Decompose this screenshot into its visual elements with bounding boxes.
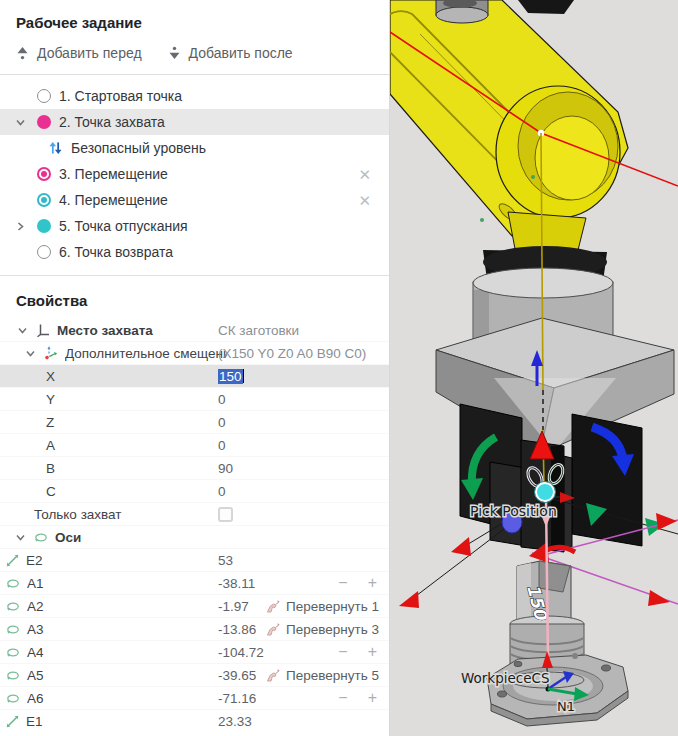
left-panel: Рабочее задание Добавить перед Добавить … [0, 0, 390, 736]
c-value[interactable]: 0 [218, 484, 226, 499]
task-item-grip-point[interactable]: 2. Точка захвата [0, 109, 389, 135]
flip-arm-icon [266, 599, 281, 613]
swap-vertical-icon [48, 141, 63, 156]
grip-only-checkbox[interactable] [218, 507, 233, 522]
a5-value[interactable]: -39.65 [218, 668, 256, 683]
point-state-icon [37, 115, 51, 129]
rotary-axis-icon [6, 646, 20, 659]
chevron-down-icon[interactable] [22, 348, 38, 359]
n1-label: N1 [557, 699, 575, 714]
y-value[interactable]: 0 [218, 392, 226, 407]
a6-value[interactable]: -71.16 [218, 691, 256, 706]
pick-point-center[interactable] [536, 483, 554, 501]
property-label: Только захват [34, 507, 122, 522]
property-row-c[interactable]: C 0 [0, 480, 389, 503]
rotary-axis-icon [6, 577, 20, 590]
task-item-move-3[interactable]: 3. Перемещение ✕ [0, 161, 389, 187]
flip-label: Перевернуть 5 [286, 668, 379, 683]
e1-value[interactable]: 23.33 [218, 714, 252, 729]
task-subitem-safe-level[interactable]: Безопасный уровень [0, 135, 389, 161]
add-after-button[interactable]: Добавить после [168, 45, 293, 61]
decrement-button[interactable]: − [338, 575, 347, 591]
x-value-input[interactable]: 150 [218, 369, 244, 384]
offset-value[interactable]: (X150 Y0 Z0 A0 B90 C0) [218, 346, 366, 361]
add-before-label: Добавить перед [37, 45, 142, 61]
e2-value[interactable]: 53 [218, 553, 233, 568]
task-item-release-point[interactable]: 5. Точка отпускания [0, 213, 389, 239]
axis-row-a6[interactable]: A6 -71.16 −+ [0, 687, 389, 710]
chevron-down-icon[interactable] [14, 325, 30, 336]
flip-arm-icon [266, 622, 281, 636]
add-before-button[interactable]: Добавить перед [16, 45, 142, 61]
a1-value[interactable]: -38.11 [218, 576, 255, 591]
decrement-button[interactable]: − [338, 644, 347, 660]
b-value[interactable]: 90 [218, 461, 233, 476]
property-label: Дополнительное смещение [65, 346, 227, 361]
axis-label: A3 [27, 622, 44, 637]
task-item-label: 3. Перемещение [59, 166, 168, 182]
linear-axis-icon [6, 554, 19, 567]
flip-arm-icon [266, 668, 281, 682]
axis-row-e2[interactable]: E2 53 [0, 549, 389, 572]
grip-place-value[interactable]: СК заготовки [218, 323, 299, 338]
property-label: Y [46, 392, 55, 407]
task-item-label: 5. Точка отпускания [59, 218, 188, 234]
task-item-start-point[interactable]: 1. Стартовая точка [0, 83, 389, 109]
axis-label: A6 [27, 691, 44, 706]
axis-row-a4[interactable]: A4 -104.72 −+ [0, 641, 389, 664]
increment-button[interactable]: + [368, 575, 377, 591]
axis-row-a2[interactable]: A2 -1.97 Перевернуть 1 [0, 595, 389, 618]
property-row-offset[interactable]: Дополнительное смещение (X150 Y0 Z0 A0 B… [0, 342, 389, 365]
add-after-label: Добавить после [189, 45, 293, 61]
rotary-axis-icon [34, 531, 48, 544]
property-label: Z [46, 415, 54, 430]
axis-row-a1[interactable]: A1 -38.11 −+ [0, 572, 389, 595]
property-row-z[interactable]: Z 0 [0, 411, 389, 434]
a4-value[interactable]: -104.72 [218, 645, 264, 660]
offset-icon [44, 346, 58, 360]
axis-row-e1[interactable]: E1 23.33 [0, 710, 389, 733]
flip-a5-button[interactable]: Перевернуть 5 [266, 668, 379, 683]
axis-row-a3[interactable]: A3 -13.86 Перевернуть 3 [0, 618, 389, 641]
robot-programming-app: Рабочее задание Добавить перед Добавить … [0, 0, 678, 736]
property-row-grip-place[interactable]: Место захвата СК заготовки [0, 319, 389, 342]
3d-viewport[interactable]: 150 [390, 0, 678, 736]
a2-value[interactable]: -1.97 [218, 599, 249, 614]
axis-row-a5[interactable]: A5 -39.65 Перевернуть 5 [0, 664, 389, 687]
chevron-down-icon[interactable] [12, 117, 28, 128]
property-row-grip-only[interactable]: Только захват [0, 503, 389, 526]
close-icon[interactable]: ✕ [352, 166, 377, 183]
work-task-title: Рабочее задание [0, 0, 389, 35]
axes-group-label: Оси [55, 530, 81, 545]
task-item-label: 1. Стартовая точка [59, 88, 182, 104]
property-row-x[interactable]: X 150 [0, 365, 389, 388]
a-value[interactable]: 0 [218, 438, 226, 453]
property-label: X [46, 369, 55, 384]
property-row-b[interactable]: B 90 [0, 457, 389, 480]
workpiece-cs-label: WorkpieceCS [461, 670, 550, 686]
z-value[interactable]: 0 [218, 415, 226, 430]
pick-position-label: Pick Position [470, 503, 557, 519]
close-icon[interactable]: ✕ [352, 192, 377, 209]
property-group-axes[interactable]: Оси [0, 526, 389, 549]
flip-a3-button[interactable]: Перевернуть 3 [266, 622, 379, 637]
point-state-icon [37, 193, 51, 207]
rotary-axis-icon [6, 600, 20, 613]
rotary-axis-icon [6, 623, 20, 636]
coordinate-system-icon [36, 323, 50, 337]
property-row-y[interactable]: Y 0 [0, 388, 389, 411]
decrement-button[interactable]: − [338, 690, 347, 706]
point-state-icon [37, 167, 51, 181]
chevron-down-icon[interactable] [12, 532, 28, 543]
point-state-icon [37, 219, 51, 233]
task-item-move-4[interactable]: 4. Перемещение ✕ [0, 187, 389, 213]
rotary-axis-icon [6, 669, 20, 682]
increment-button[interactable]: + [368, 644, 377, 660]
point-state-icon [37, 245, 51, 259]
chevron-right-icon[interactable] [12, 221, 28, 232]
flip-a2-button[interactable]: Перевернуть 1 [266, 599, 379, 614]
increment-button[interactable]: + [368, 690, 377, 706]
a3-value[interactable]: -13.86 [218, 622, 256, 637]
property-row-a[interactable]: A 0 [0, 434, 389, 457]
task-item-return-point[interactable]: 6. Точка возврата [0, 239, 389, 265]
